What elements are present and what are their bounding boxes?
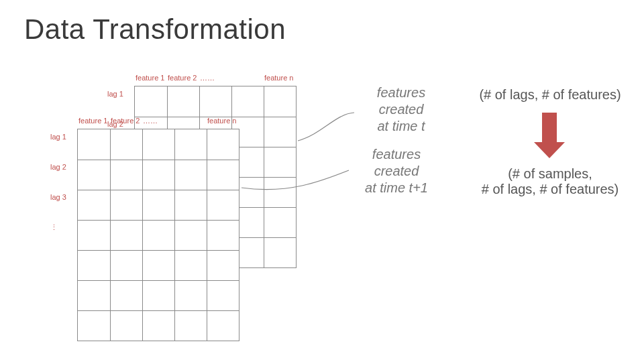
down-arrow-icon <box>534 113 565 158</box>
col-header: feature 1 <box>78 117 107 125</box>
row-header: lag 1 <box>107 90 123 98</box>
grid-front <box>77 129 239 341</box>
row-header: lag 1 <box>50 133 66 141</box>
col-header: …… <box>143 117 158 125</box>
annotation-time-t-plus-1: features created at time t+1 <box>339 146 453 196</box>
col-header: feature 2 <box>168 74 197 82</box>
annotation-time-t: features created at time t <box>354 84 448 135</box>
col-header: …… <box>200 74 215 82</box>
dims-top: (# of lags, # of features) <box>470 87 631 103</box>
col-header: feature 2 <box>111 117 140 125</box>
col-header: feature 1 <box>136 74 164 82</box>
col-header: feature n <box>207 117 236 125</box>
row-header: lag 2 <box>50 163 66 171</box>
matrix-time-t-plus-1: feature 1feature 2……feature nlag 1lag 2l… <box>77 129 239 341</box>
col-header: feature n <box>264 74 293 82</box>
row-header: lag 3 <box>50 193 66 201</box>
dims-bottom: (# of samples, # of lags, # of features) <box>470 166 631 197</box>
page-title: Data Transformation <box>24 13 286 46</box>
row-header: ⋮ <box>50 223 58 232</box>
